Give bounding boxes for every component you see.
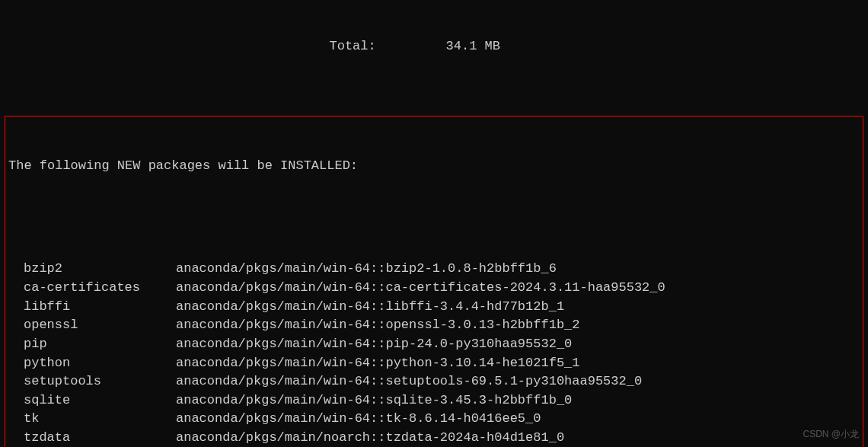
- watermark: CSDN @小龙: [803, 428, 859, 441]
- package-name: bzip2: [24, 260, 176, 279]
- package-name: setuptools: [24, 372, 176, 391]
- package-spec: anaconda/pkgs/main/win-64::pip-24.0-py31…: [176, 335, 860, 354]
- total-value: 34.1 MB: [446, 39, 500, 53]
- package-list: bzip2anaconda/pkgs/main/win-64::bzip2-1.…: [8, 260, 860, 447]
- package-spec: anaconda/pkgs/main/win-64::bzip2-1.0.8-h…: [176, 260, 860, 279]
- package-spec: anaconda/pkgs/main/win-64::tk-8.6.14-h04…: [176, 410, 860, 429]
- package-row: opensslanaconda/pkgs/main/win-64::openss…: [8, 316, 860, 335]
- package-name: openssl: [24, 316, 176, 335]
- total-label: Total:: [329, 39, 375, 53]
- install-header: The following NEW packages will be INSTA…: [8, 157, 860, 176]
- package-name: libffi: [24, 298, 176, 317]
- package-row: tzdataanaconda/pkgs/main/noarch::tzdata-…: [8, 429, 860, 447]
- package-row: sqliteanaconda/pkgs/main/win-64::sqlite-…: [8, 391, 860, 410]
- install-packages-box: The following NEW packages will be INSTA…: [5, 116, 863, 447]
- package-spec: anaconda/pkgs/main/win-64::setuptools-69…: [176, 372, 860, 391]
- package-row: ca-certificatesanaconda/pkgs/main/win-64…: [8, 279, 860, 298]
- package-spec: anaconda/pkgs/main/win-64::python-3.10.1…: [176, 354, 860, 373]
- package-spec: anaconda/pkgs/main/win-64::libffi-3.4.4-…: [176, 298, 860, 317]
- package-row: tkanaconda/pkgs/main/win-64::tk-8.6.14-h…: [8, 410, 860, 429]
- total-line: Total: 34.1 MB: [3, 37, 865, 56]
- package-name: ca-certificates: [24, 279, 176, 298]
- package-name: tk: [24, 410, 176, 429]
- package-spec: anaconda/pkgs/main/win-64::ca-certificat…: [176, 279, 860, 298]
- package-row: setuptoolsanaconda/pkgs/main/win-64::set…: [8, 372, 860, 391]
- package-spec: anaconda/pkgs/main/noarch::tzdata-2024a-…: [176, 429, 860, 447]
- package-name: pip: [24, 335, 176, 354]
- package-spec: anaconda/pkgs/main/win-64::openssl-3.0.1…: [176, 316, 860, 335]
- package-row: bzip2anaconda/pkgs/main/win-64::bzip2-1.…: [8, 260, 860, 279]
- package-name: tzdata: [24, 429, 176, 447]
- package-spec: anaconda/pkgs/main/win-64::sqlite-3.45.3…: [176, 391, 860, 410]
- package-row: libffianaconda/pkgs/main/win-64::libffi-…: [8, 298, 860, 317]
- package-row: pythonanaconda/pkgs/main/win-64::python-…: [8, 354, 860, 373]
- package-name: python: [24, 354, 176, 373]
- package-name: sqlite: [24, 391, 176, 410]
- package-row: pipanaconda/pkgs/main/win-64::pip-24.0-p…: [8, 335, 860, 354]
